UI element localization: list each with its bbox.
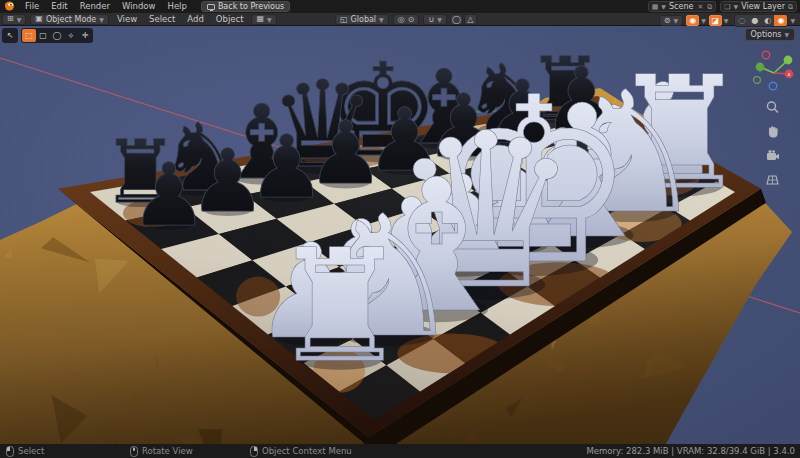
- 3d-viewport[interactable]: ♜♟♞♟♝♚♟♛♟♟♝♟♜♞♟♟♜♟♞♟♟♝♟♚♟♛♟♝♟♞♟♜ ↖ ⬚ ▢ ◯…: [0, 26, 800, 444]
- navigation-gizmo[interactable]: x: [751, 50, 797, 100]
- select-lasso-tool-icon[interactable]: ⟡: [64, 29, 78, 42]
- transform-orientation-icon: ◱: [340, 16, 348, 24]
- blender-window: File Edit Render Window Help Back to Pre…: [0, 0, 800, 458]
- xray-icon: ◪: [711, 16, 719, 25]
- show-gizmos-dropdown[interactable]: ⊚ ▼: [659, 15, 683, 26]
- menu-add[interactable]: Add: [181, 13, 209, 26]
- chevron-down-icon: ▼: [661, 3, 666, 10]
- menu-window[interactable]: Window: [116, 0, 162, 13]
- chevron-down-icon: ▼: [437, 16, 442, 23]
- menu-select[interactable]: Select: [143, 13, 181, 26]
- chevron-down-icon: ▼: [379, 16, 384, 23]
- camera-view-icon[interactable]: [765, 148, 780, 163]
- back-to-previous-label: Back to Previous: [218, 2, 284, 11]
- chevron-down-icon: ▼: [734, 3, 739, 10]
- chevron-down-icon[interactable]: ▼: [724, 17, 729, 24]
- proportional-editing-icon: ◯: [452, 15, 461, 24]
- hint-select: Select: [6, 444, 44, 458]
- menu-view[interactable]: View: [111, 13, 143, 26]
- shading-mode-group: ◌ ● ◐ ◉: [734, 14, 788, 27]
- snap-magnet-icon: ∪: [428, 16, 434, 24]
- chevron-down-icon: ▼: [267, 16, 272, 23]
- show-overlays-toggle[interactable]: ◉: [686, 15, 699, 26]
- pivot-point-dropdown[interactable]: ◎ ⊙: [393, 14, 420, 25]
- mouse-middle-icon: [130, 446, 138, 457]
- pivot-point-icon: ◎: [398, 16, 405, 24]
- active-tool-strip: ↖ ⬚ ▢ ◯ ⟡ ✛: [2, 28, 93, 43]
- orientation-label: Global: [351, 15, 377, 24]
- select-box-tool-icon[interactable]: ⬚: [22, 29, 36, 42]
- editor-3d-viewport-icon: ⊞: [7, 15, 14, 23]
- proportional-falloff-icon: △: [467, 15, 473, 24]
- grid-icon: ▦: [256, 15, 264, 23]
- shading-wireframe-icon[interactable]: ◌: [735, 15, 748, 26]
- mode-label: Object Mode: [46, 15, 96, 24]
- chevron-down-icon[interactable]: ▼: [701, 17, 706, 24]
- xray-toggle[interactable]: ◪: [709, 15, 722, 26]
- hint-rotate-view: Rotate View: [130, 444, 193, 458]
- menu-render[interactable]: Render: [74, 0, 116, 13]
- perspective-toggle-icon[interactable]: [765, 172, 780, 187]
- axis-y-neg-handle[interactable]: [756, 63, 765, 72]
- view-layer-icon: ❏: [724, 3, 730, 11]
- shading-rendered-icon[interactable]: ◉: [774, 15, 787, 26]
- menu-edit[interactable]: Edit: [45, 0, 73, 13]
- menu-file[interactable]: File: [19, 0, 45, 13]
- zoom-icon[interactable]: [765, 100, 780, 115]
- hint-select-label: Select: [18, 446, 44, 456]
- overlays-icon: ◉: [689, 16, 696, 25]
- shading-solid-icon[interactable]: ●: [748, 15, 761, 26]
- unlink-icon[interactable]: ✕: [696, 3, 704, 11]
- memory-stats: Memory: 282.3 MiB | VRAM: 32.8/39.4 GiB …: [586, 444, 795, 458]
- menu-help[interactable]: Help: [161, 0, 192, 13]
- view-layer-selector[interactable]: ❏ ▼ View Layer ⧉: [720, 1, 797, 12]
- menu-object[interactable]: Object: [210, 13, 250, 26]
- back-to-previous-button[interactable]: Back to Previous: [201, 1, 290, 12]
- svg-text:x: x: [788, 71, 791, 77]
- proportional-falloff-toggle[interactable]: △: [464, 14, 477, 25]
- scene-selector[interactable]: ▦ ▼ Scene ✕ ⧉: [648, 1, 717, 12]
- topbar: File Edit Render Window Help Back to Pre…: [0, 0, 800, 13]
- snap-dropdown[interactable]: ∪ ▼: [423, 14, 446, 25]
- mouse-right-icon: [250, 446, 258, 457]
- axis-z-handle[interactable]: [769, 82, 777, 90]
- chevron-down-icon: ▼: [674, 17, 679, 24]
- editor-type-dropdown[interactable]: ⊞ ▼: [2, 14, 26, 25]
- mouse-left-icon: [6, 446, 14, 457]
- pivot-center-icon: ⊙: [408, 16, 415, 24]
- mode-dropdown[interactable]: ▣ Object Mode ▼: [30, 14, 109, 25]
- select-tweak-tool-icon[interactable]: ▢: [36, 29, 50, 42]
- rendered-scene[interactable]: ♜♟♞♟♝♚♟♛♟♟♝♟♜♞♟♟♜♟♞♟♟♝♟♚♟♛♟♝♟♞♟♜: [0, 26, 800, 444]
- scene-name: Scene: [669, 2, 693, 11]
- status-bar: Select Rotate View Object Context Menu M…: [0, 444, 800, 458]
- viewport-header: ⊞ ▼ ▣ Object Mode ▼ View Select Add Obje…: [0, 13, 800, 26]
- piece-white-rook[interactable]: ♜: [270, 216, 409, 397]
- view-layer-name: View Layer: [741, 2, 785, 11]
- monitor-icon: [207, 4, 215, 10]
- blender-logo-icon[interactable]: [0, 0, 19, 13]
- hint-context-menu-label: Object Context Menu: [262, 446, 352, 456]
- new-layer-icon[interactable]: ⧉: [788, 3, 793, 11]
- shading-material-icon[interactable]: ◐: [761, 15, 774, 26]
- gizmos-icon: ⊚: [664, 17, 671, 25]
- object-mode-icon: ▣: [35, 15, 43, 23]
- options-button[interactable]: Options ▼: [745, 28, 796, 41]
- axis-x-neg-handle[interactable]: [762, 51, 770, 59]
- transform-orientation-dropdown[interactable]: ◱ Global ▼: [335, 14, 389, 25]
- select-circle-tool-icon[interactable]: ◯: [50, 29, 64, 42]
- options-label: Options: [751, 30, 782, 39]
- scene-icon: ▦: [652, 3, 659, 11]
- 3d-cursor-tool-icon[interactable]: ✛: [78, 29, 92, 42]
- cursor-tool-icon[interactable]: ↖: [3, 29, 17, 42]
- axis-y-handle[interactable]: [784, 56, 793, 65]
- view-controls: [765, 100, 780, 187]
- hint-context-menu: Object Context Menu: [250, 444, 352, 458]
- new-scene-icon[interactable]: ⧉: [707, 3, 712, 11]
- tool-settings-dropdown[interactable]: ▦ ▼: [251, 14, 276, 25]
- pan-hand-icon[interactable]: [765, 124, 780, 139]
- chevron-down-icon: ▼: [17, 16, 22, 23]
- piece-black-pawn[interactable]: ♟: [130, 144, 208, 245]
- proportional-editing-toggle[interactable]: ◯: [450, 14, 463, 25]
- chevron-down-icon[interactable]: ▼: [790, 17, 795, 24]
- axis-z-neg-handle[interactable]: [754, 77, 761, 84]
